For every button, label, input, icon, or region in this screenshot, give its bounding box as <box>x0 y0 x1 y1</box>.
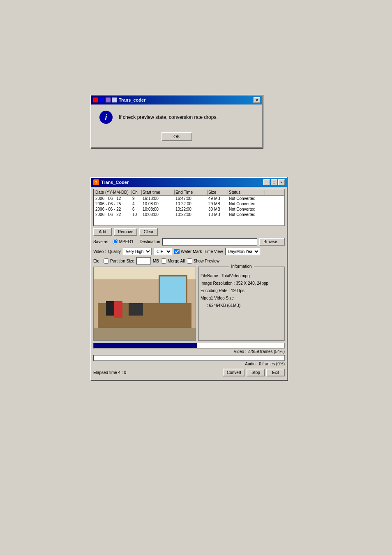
mb-label: MB <box>153 259 159 263</box>
file-cell: 2006 - 06 - 12 <box>95 196 131 201</box>
file-cell: 9 <box>131 196 142 201</box>
audio-progress-label: Audio : 0 frames (0%) <box>93 362 285 366</box>
table-row[interactable]: 2006 - 06 - 221010:08:0010:22:0013 MBNot… <box>94 212 284 217</box>
title-block-lightblue <box>112 98 117 102</box>
alert-titlebar: Trans_coder × <box>91 95 262 104</box>
main-title-text: Trans_Coder <box>101 180 129 185</box>
minimize-button[interactable]: _ <box>263 179 270 185</box>
file-list-rows[interactable]: 2006 - 06 - 12916:18:0016:47:0049 MBNot … <box>94 196 284 225</box>
audio-progress-bar <box>93 355 285 361</box>
show-preview-checkbox[interactable] <box>187 258 192 264</box>
video-progress-fill <box>94 343 197 348</box>
stop-button[interactable]: Stop <box>247 369 265 376</box>
file-cell: 4 <box>131 202 142 206</box>
table-row[interactable]: 2006 - 06 - 22610:08:0010:22:0030 MBNot … <box>94 207 284 212</box>
video-row: Video : Quality Very High High Medium Lo… <box>93 248 285 255</box>
format-select[interactable]: CIF QCIF 4CIF <box>154 248 172 255</box>
info-size-value: : 62464KB (61MB) <box>201 302 282 309</box>
alert-ok-button[interactable]: OK <box>161 132 192 141</box>
file-cell: 10:08:00 <box>142 212 175 217</box>
file-cell: 10:08:00 <box>142 207 175 211</box>
table-row[interactable]: 2006 - 06 - 25410:08:0010:22:0029 MBNot … <box>94 201 284 207</box>
file-cell: 30 MB <box>208 207 228 211</box>
preview-info-row: Information FileName : TotalVideo.mpg Im… <box>93 267 285 341</box>
col-header-status: Status <box>228 190 265 195</box>
video-progress-section: Video : 27959 frames (54%) <box>93 343 285 354</box>
file-cell: Not Converted <box>228 196 265 201</box>
preview-area <box>93 267 196 341</box>
main-content: Date (YY-MM-DD) Ch Start time End Time S… <box>91 187 287 380</box>
col-header-size: Size <box>208 190 228 195</box>
merge-checkbox[interactable] <box>161 258 166 264</box>
main-titlebar: T Trans_Coder _ □ × <box>91 178 287 187</box>
alert-dialog: Trans_coder × i If check preview state, … <box>90 95 263 148</box>
preview-monitor2 <box>129 303 143 316</box>
title-block-blue <box>99 98 104 102</box>
browse-button[interactable]: Browse... <box>259 238 285 246</box>
etc-label: Etc : <box>93 259 101 263</box>
file-cell: Not Converted <box>228 202 265 206</box>
mpeg1-radio[interactable] <box>113 239 118 244</box>
maximize-button[interactable]: □ <box>271 179 277 185</box>
preview-person <box>114 301 122 318</box>
remove-button[interactable]: Remove <box>114 228 137 236</box>
file-cell: 6 <box>131 207 142 211</box>
clear-button[interactable]: Clear <box>139 228 158 236</box>
convert-button[interactable]: Convert <box>223 369 245 376</box>
saveas-row: Save as : MPEG1 Destination Browse... <box>93 238 285 246</box>
timeview-label: Time View <box>204 249 223 254</box>
title-block-red <box>93 98 98 102</box>
watermark-checkbox[interactable] <box>174 249 180 254</box>
quality-select[interactable]: Very High High Medium Low <box>123 248 152 255</box>
elapsed-label: Elapsed time 4 : 0 <box>93 370 126 375</box>
show-preview-label: Show Preview <box>194 259 219 263</box>
col-header-start: Start time <box>142 190 175 195</box>
file-cell: 13 MB <box>208 212 228 217</box>
video-progress-label: Video : 27959 frames (54%) <box>93 349 285 354</box>
file-cell: 16:47:00 <box>175 196 208 201</box>
table-row[interactable]: 2006 - 06 - 12916:18:0016:47:0049 MBNot … <box>94 196 284 201</box>
file-cell: Not Converted <box>228 207 265 211</box>
destination-input[interactable] <box>162 238 258 246</box>
file-list-container: Date (YY-MM-DD) Ch Start time End Time S… <box>93 189 285 226</box>
file-cell: 2006 - 06 - 25 <box>95 202 131 206</box>
file-cell: 10:22:00 <box>175 207 208 211</box>
quality-label: Quality <box>108 249 121 254</box>
title-decorations <box>93 98 117 102</box>
partition-group: Partition Size <box>104 258 134 264</box>
watermark-group: Water Mark <box>174 249 202 254</box>
file-cell: 2006 - 06 - 22 <box>95 207 131 211</box>
file-list-header: Date (YY-MM-DD) Ch Start time End Time S… <box>94 189 284 196</box>
alert-body: i If check preview state, conversion rat… <box>91 104 262 130</box>
info-filename: FileName : TotalVideo.mpg <box>201 272 282 280</box>
partition-size-input[interactable] <box>136 257 151 265</box>
info-size-label: Mpeg1 Video Size <box>201 295 282 302</box>
info-text-area: FileName : TotalVideo.mpg Image Resoluti… <box>201 272 282 309</box>
file-cell: 29 MB <box>208 202 228 206</box>
file-cell: 10 <box>131 212 142 217</box>
destination-label: Destination <box>140 239 160 244</box>
file-cell: 49 MB <box>208 196 228 201</box>
preview-group: Show Preview <box>187 258 219 264</box>
alert-title-area: Trans_coder <box>93 98 145 102</box>
main-title-area: T Trans_Coder <box>93 179 129 185</box>
app-icon: T <box>93 179 99 185</box>
saveas-label: Save as : <box>93 239 111 244</box>
col-header-date: Date (YY-MM-DD) <box>95 190 131 195</box>
exit-button[interactable]: Exit <box>266 369 285 376</box>
main-window: T Trans_Coder _ □ × Date (YY-MM-DD) Ch S… <box>90 177 288 381</box>
file-cell: 10:22:00 <box>175 212 208 217</box>
close-button[interactable]: × <box>278 179 285 185</box>
preview-room <box>94 267 196 340</box>
title-block-purple <box>106 98 111 102</box>
add-button[interactable]: Add <box>93 228 112 236</box>
info-icon: i <box>99 111 113 124</box>
info-group-label: Information <box>229 264 254 269</box>
file-cell: 10:08:00 <box>142 202 175 206</box>
partition-checkbox[interactable] <box>104 258 109 264</box>
alert-close-button[interactable]: × <box>254 97 260 103</box>
mpeg1-label: MPEG1 <box>119 239 134 244</box>
alert-footer: OK <box>91 130 262 147</box>
etc-row: Etc : Partition Size MB Merge All Show P… <box>93 257 285 265</box>
timeview-select[interactable]: Day/Mon/Year Mon/Day/Year Year/Mon/Day <box>225 248 260 255</box>
